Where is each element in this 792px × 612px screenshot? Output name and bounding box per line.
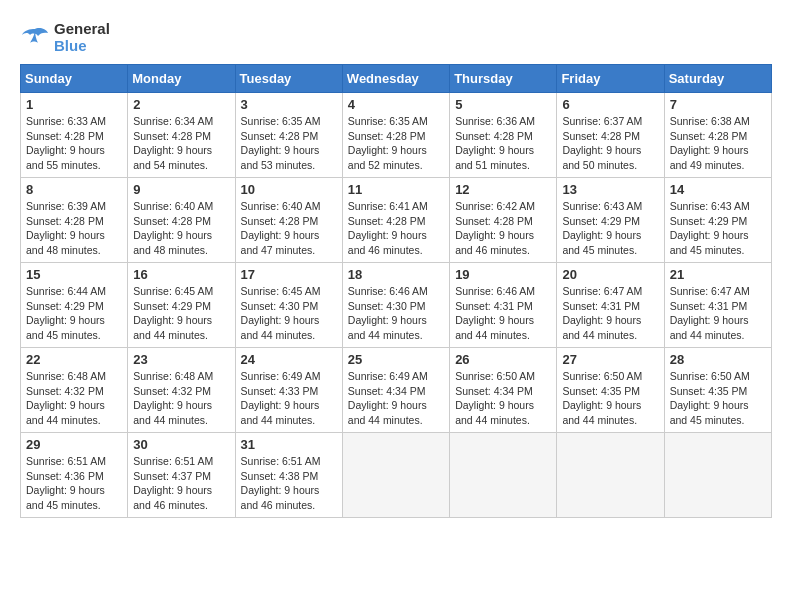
day-info: Sunrise: 6:41 AMSunset: 4:28 PMDaylight:… xyxy=(348,199,444,258)
day-info: Sunrise: 6:44 AMSunset: 4:29 PMDaylight:… xyxy=(26,284,122,343)
weekday-header-friday: Friday xyxy=(557,65,664,93)
calendar-cell: 25Sunrise: 6:49 AMSunset: 4:34 PMDayligh… xyxy=(342,348,449,433)
day-info: Sunrise: 6:46 AMSunset: 4:31 PMDaylight:… xyxy=(455,284,551,343)
calendar-cell: 7Sunrise: 6:38 AMSunset: 4:28 PMDaylight… xyxy=(664,93,771,178)
day-info: Sunrise: 6:35 AMSunset: 4:28 PMDaylight:… xyxy=(241,114,337,173)
day-number: 26 xyxy=(455,352,551,367)
day-info: Sunrise: 6:35 AMSunset: 4:28 PMDaylight:… xyxy=(348,114,444,173)
calendar-cell: 5Sunrise: 6:36 AMSunset: 4:28 PMDaylight… xyxy=(450,93,557,178)
day-number: 16 xyxy=(133,267,229,282)
day-number: 3 xyxy=(241,97,337,112)
weekday-header-monday: Monday xyxy=(128,65,235,93)
calendar-cell: 2Sunrise: 6:34 AMSunset: 4:28 PMDaylight… xyxy=(128,93,235,178)
day-number: 9 xyxy=(133,182,229,197)
calendar-cell: 14Sunrise: 6:43 AMSunset: 4:29 PMDayligh… xyxy=(664,178,771,263)
day-number: 17 xyxy=(241,267,337,282)
weekday-header-tuesday: Tuesday xyxy=(235,65,342,93)
day-number: 15 xyxy=(26,267,122,282)
weekday-header-thursday: Thursday xyxy=(450,65,557,93)
day-number: 2 xyxy=(133,97,229,112)
calendar-cell: 10Sunrise: 6:40 AMSunset: 4:28 PMDayligh… xyxy=(235,178,342,263)
calendar-cell: 15Sunrise: 6:44 AMSunset: 4:29 PMDayligh… xyxy=(21,263,128,348)
day-info: Sunrise: 6:48 AMSunset: 4:32 PMDaylight:… xyxy=(133,369,229,428)
calendar-cell: 20Sunrise: 6:47 AMSunset: 4:31 PMDayligh… xyxy=(557,263,664,348)
weekday-header-wednesday: Wednesday xyxy=(342,65,449,93)
calendar-cell: 16Sunrise: 6:45 AMSunset: 4:29 PMDayligh… xyxy=(128,263,235,348)
calendar-body: 1Sunrise: 6:33 AMSunset: 4:28 PMDaylight… xyxy=(21,93,772,518)
day-number: 5 xyxy=(455,97,551,112)
calendar-cell: 1Sunrise: 6:33 AMSunset: 4:28 PMDaylight… xyxy=(21,93,128,178)
logo-bird-icon xyxy=(20,25,50,49)
day-info: Sunrise: 6:47 AMSunset: 4:31 PMDaylight:… xyxy=(670,284,766,343)
day-number: 23 xyxy=(133,352,229,367)
logo-text: General Blue xyxy=(54,20,110,54)
day-number: 24 xyxy=(241,352,337,367)
day-info: Sunrise: 6:46 AMSunset: 4:30 PMDaylight:… xyxy=(348,284,444,343)
calendar-header: SundayMondayTuesdayWednesdayThursdayFrid… xyxy=(21,65,772,93)
day-info: Sunrise: 6:45 AMSunset: 4:30 PMDaylight:… xyxy=(241,284,337,343)
day-number: 10 xyxy=(241,182,337,197)
day-info: Sunrise: 6:43 AMSunset: 4:29 PMDaylight:… xyxy=(670,199,766,258)
weekday-header-row: SundayMondayTuesdayWednesdayThursdayFrid… xyxy=(21,65,772,93)
calendar-week-3: 15Sunrise: 6:44 AMSunset: 4:29 PMDayligh… xyxy=(21,263,772,348)
day-info: Sunrise: 6:33 AMSunset: 4:28 PMDaylight:… xyxy=(26,114,122,173)
calendar-cell: 23Sunrise: 6:48 AMSunset: 4:32 PMDayligh… xyxy=(128,348,235,433)
day-number: 20 xyxy=(562,267,658,282)
day-info: Sunrise: 6:49 AMSunset: 4:33 PMDaylight:… xyxy=(241,369,337,428)
day-number: 1 xyxy=(26,97,122,112)
calendar-cell: 18Sunrise: 6:46 AMSunset: 4:30 PMDayligh… xyxy=(342,263,449,348)
day-number: 30 xyxy=(133,437,229,452)
day-info: Sunrise: 6:48 AMSunset: 4:32 PMDaylight:… xyxy=(26,369,122,428)
day-info: Sunrise: 6:47 AMSunset: 4:31 PMDaylight:… xyxy=(562,284,658,343)
day-info: Sunrise: 6:51 AMSunset: 4:36 PMDaylight:… xyxy=(26,454,122,513)
day-info: Sunrise: 6:51 AMSunset: 4:37 PMDaylight:… xyxy=(133,454,229,513)
calendar-cell xyxy=(450,433,557,518)
day-info: Sunrise: 6:40 AMSunset: 4:28 PMDaylight:… xyxy=(133,199,229,258)
calendar-cell: 24Sunrise: 6:49 AMSunset: 4:33 PMDayligh… xyxy=(235,348,342,433)
calendar-week-4: 22Sunrise: 6:48 AMSunset: 4:32 PMDayligh… xyxy=(21,348,772,433)
calendar-cell: 19Sunrise: 6:46 AMSunset: 4:31 PMDayligh… xyxy=(450,263,557,348)
day-info: Sunrise: 6:37 AMSunset: 4:28 PMDaylight:… xyxy=(562,114,658,173)
day-number: 14 xyxy=(670,182,766,197)
weekday-header-saturday: Saturday xyxy=(664,65,771,93)
day-number: 4 xyxy=(348,97,444,112)
day-info: Sunrise: 6:45 AMSunset: 4:29 PMDaylight:… xyxy=(133,284,229,343)
calendar-cell: 27Sunrise: 6:50 AMSunset: 4:35 PMDayligh… xyxy=(557,348,664,433)
day-info: Sunrise: 6:49 AMSunset: 4:34 PMDaylight:… xyxy=(348,369,444,428)
day-number: 31 xyxy=(241,437,337,452)
day-number: 7 xyxy=(670,97,766,112)
day-number: 25 xyxy=(348,352,444,367)
calendar-cell: 17Sunrise: 6:45 AMSunset: 4:30 PMDayligh… xyxy=(235,263,342,348)
calendar-cell xyxy=(342,433,449,518)
day-info: Sunrise: 6:38 AMSunset: 4:28 PMDaylight:… xyxy=(670,114,766,173)
calendar-cell: 8Sunrise: 6:39 AMSunset: 4:28 PMDaylight… xyxy=(21,178,128,263)
weekday-header-sunday: Sunday xyxy=(21,65,128,93)
day-info: Sunrise: 6:34 AMSunset: 4:28 PMDaylight:… xyxy=(133,114,229,173)
calendar-cell: 11Sunrise: 6:41 AMSunset: 4:28 PMDayligh… xyxy=(342,178,449,263)
day-info: Sunrise: 6:50 AMSunset: 4:34 PMDaylight:… xyxy=(455,369,551,428)
page-header: General Blue xyxy=(20,20,772,54)
calendar-week-5: 29Sunrise: 6:51 AMSunset: 4:36 PMDayligh… xyxy=(21,433,772,518)
day-number: 11 xyxy=(348,182,444,197)
calendar-cell: 6Sunrise: 6:37 AMSunset: 4:28 PMDaylight… xyxy=(557,93,664,178)
day-number: 21 xyxy=(670,267,766,282)
day-info: Sunrise: 6:51 AMSunset: 4:38 PMDaylight:… xyxy=(241,454,337,513)
day-info: Sunrise: 6:43 AMSunset: 4:29 PMDaylight:… xyxy=(562,199,658,258)
calendar-cell: 26Sunrise: 6:50 AMSunset: 4:34 PMDayligh… xyxy=(450,348,557,433)
day-number: 12 xyxy=(455,182,551,197)
day-number: 6 xyxy=(562,97,658,112)
calendar-cell: 4Sunrise: 6:35 AMSunset: 4:28 PMDaylight… xyxy=(342,93,449,178)
calendar-cell: 13Sunrise: 6:43 AMSunset: 4:29 PMDayligh… xyxy=(557,178,664,263)
day-number: 29 xyxy=(26,437,122,452)
day-info: Sunrise: 6:39 AMSunset: 4:28 PMDaylight:… xyxy=(26,199,122,258)
calendar-cell: 30Sunrise: 6:51 AMSunset: 4:37 PMDayligh… xyxy=(128,433,235,518)
calendar-cell: 29Sunrise: 6:51 AMSunset: 4:36 PMDayligh… xyxy=(21,433,128,518)
day-info: Sunrise: 6:50 AMSunset: 4:35 PMDaylight:… xyxy=(562,369,658,428)
calendar-cell: 21Sunrise: 6:47 AMSunset: 4:31 PMDayligh… xyxy=(664,263,771,348)
calendar-week-1: 1Sunrise: 6:33 AMSunset: 4:28 PMDaylight… xyxy=(21,93,772,178)
calendar-table: SundayMondayTuesdayWednesdayThursdayFrid… xyxy=(20,64,772,518)
day-number: 22 xyxy=(26,352,122,367)
calendar-week-2: 8Sunrise: 6:39 AMSunset: 4:28 PMDaylight… xyxy=(21,178,772,263)
day-info: Sunrise: 6:42 AMSunset: 4:28 PMDaylight:… xyxy=(455,199,551,258)
calendar-cell: 3Sunrise: 6:35 AMSunset: 4:28 PMDaylight… xyxy=(235,93,342,178)
